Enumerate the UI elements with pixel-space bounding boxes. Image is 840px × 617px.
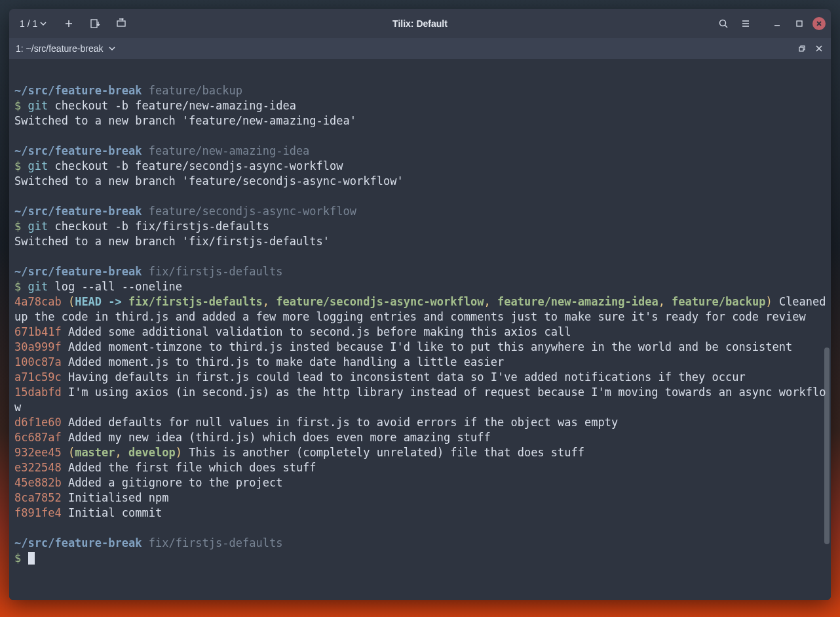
minimize-button[interactable]	[768, 14, 786, 33]
add-terminal-right-button[interactable]	[112, 14, 130, 33]
close-window-button[interactable]	[812, 17, 826, 30]
close-icon	[815, 45, 823, 52]
svg-point-2	[720, 20, 726, 26]
scrollbar-thumb[interactable]	[824, 348, 830, 544]
restore-terminal-button[interactable]	[797, 43, 807, 54]
add-terminal-down-button[interactable]	[86, 14, 104, 33]
terminal-output: ~/src/feature-break feature/backup $ git…	[9, 68, 831, 566]
close-terminal-button[interactable]	[814, 43, 824, 54]
search-icon	[718, 18, 729, 29]
svg-rect-1	[117, 21, 125, 26]
titlebar-left: 1 / 1	[14, 14, 130, 33]
close-icon	[816, 20, 822, 27]
tabbar-right	[797, 43, 824, 54]
minimize-icon	[773, 20, 781, 28]
hamburger-icon	[740, 18, 751, 29]
maximize-button[interactable]	[790, 14, 809, 33]
chevron-down-icon	[109, 45, 115, 52]
window-title: Tilix: Default	[392, 18, 448, 29]
chevron-down-icon	[40, 20, 47, 27]
titlebar-right	[714, 14, 826, 33]
search-button[interactable]	[714, 14, 733, 33]
restore-icon	[798, 45, 806, 52]
tilix-window: 1 / 1 Tilix: Default	[9, 9, 831, 600]
session-counter-text: 1 / 1	[20, 18, 37, 29]
terminal-tabbar: 1: ~/src/feature-break	[9, 38, 831, 59]
add-terminal-button[interactable]	[60, 14, 78, 33]
terminal[interactable]: ~/src/feature-break feature/backup $ git…	[9, 59, 831, 600]
tab-dropdown[interactable]	[107, 43, 117, 54]
terminal-down-icon	[90, 18, 100, 29]
maximize-icon	[795, 20, 803, 28]
terminal-tab[interactable]: 1: ~/src/feature-break	[16, 43, 103, 54]
menu-button[interactable]	[736, 14, 755, 33]
terminal-tab-label: 1: ~/src/feature-break	[16, 43, 103, 54]
session-counter[interactable]: 1 / 1	[14, 16, 52, 31]
svg-rect-4	[799, 47, 803, 51]
plus-icon	[64, 19, 73, 28]
svg-rect-0	[91, 20, 97, 28]
terminal-right-icon	[116, 18, 126, 29]
titlebar: 1 / 1 Tilix: Default	[9, 9, 831, 38]
svg-rect-3	[797, 21, 802, 26]
